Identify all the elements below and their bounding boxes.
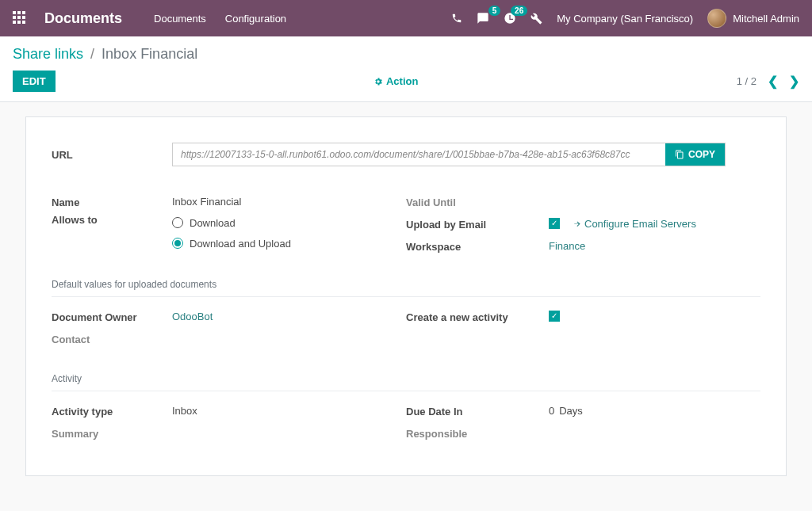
name-value: Inbox Financial xyxy=(172,196,241,208)
create-activity-checkbox[interactable]: ✓ xyxy=(549,311,560,322)
divider xyxy=(52,391,760,391)
action-dropdown[interactable]: Action xyxy=(373,75,418,87)
name-label: Name xyxy=(52,195,172,208)
activities-badge: 26 xyxy=(511,6,527,16)
upload-email-label: Upload by Email xyxy=(406,217,549,231)
allows-download-upload-radio[interactable] xyxy=(172,238,183,249)
url-input[interactable] xyxy=(173,143,665,166)
edit-button[interactable]: EDIT xyxy=(13,71,56,92)
form-sheet: URL COPY Name Inbox Financial xyxy=(25,116,787,476)
debug-icon[interactable] xyxy=(530,13,542,25)
doc-owner-value[interactable]: OdooBot xyxy=(172,311,213,322)
defaults-section-title: Default values for uploaded documents xyxy=(52,279,760,290)
workspace-value[interactable]: Finance xyxy=(549,240,585,252)
pager-next[interactable]: ❯ xyxy=(789,74,799,89)
nav-configuration[interactable]: Configuration xyxy=(225,13,286,25)
configure-email-link[interactable]: Configure Email Servers xyxy=(573,218,696,230)
copy-icon xyxy=(675,150,684,159)
app-title: Documents xyxy=(44,10,122,27)
due-date-unit: Days xyxy=(559,405,583,417)
pager: 1 / 2 ❮ ❯ xyxy=(737,74,799,89)
arrow-right-icon xyxy=(573,219,581,228)
messages-icon[interactable]: 5 xyxy=(477,12,489,25)
divider xyxy=(52,296,760,297)
user-name: Mitchell Admin xyxy=(733,13,799,25)
summary-label: Summary xyxy=(52,426,172,440)
breadcrumb: Share links / Inbox Financial xyxy=(13,46,799,63)
responsible-label: Responsible xyxy=(406,426,549,440)
activity-type-label: Activity type xyxy=(52,404,172,418)
apps-icon[interactable] xyxy=(13,11,27,25)
doc-owner-label: Document Owner xyxy=(52,310,172,323)
activity-type-value: Inbox xyxy=(172,405,197,417)
gear-icon xyxy=(373,77,383,86)
allows-download-radio[interactable] xyxy=(172,217,183,228)
navbar: Documents Documents Configuration 5 26 M… xyxy=(0,0,812,36)
activities-icon[interactable]: 26 xyxy=(504,12,516,25)
due-date-label: Due Date In xyxy=(406,404,549,418)
nav-documents[interactable]: Documents xyxy=(154,13,206,25)
avatar xyxy=(707,9,726,28)
control-panel: Share links / Inbox Financial EDIT Actio… xyxy=(0,36,812,102)
upload-email-checkbox[interactable]: ✓ xyxy=(549,218,560,229)
user-menu[interactable]: Mitchell Admin xyxy=(707,9,799,28)
url-label: URL xyxy=(52,143,172,166)
copy-button[interactable]: COPY xyxy=(665,143,725,166)
company-selector[interactable]: My Company (San Francisco) xyxy=(557,13,693,25)
breadcrumb-current: Inbox Financial xyxy=(102,46,197,62)
valid-until-label: Valid Until xyxy=(406,195,527,208)
allows-label: Allows to xyxy=(52,212,172,226)
breadcrumb-parent[interactable]: Share links xyxy=(13,46,83,62)
messages-badge: 5 xyxy=(488,6,501,16)
workspace-label: Workspace xyxy=(406,239,549,253)
phone-icon[interactable] xyxy=(451,13,462,24)
create-activity-label: Create a new activity xyxy=(406,310,549,323)
activity-section-title: Activity xyxy=(52,373,760,384)
due-date-value: 0 xyxy=(549,405,554,417)
pager-prev[interactable]: ❮ xyxy=(768,74,778,89)
contact-label: Contact xyxy=(52,332,172,345)
pager-text: 1 / 2 xyxy=(737,75,756,87)
